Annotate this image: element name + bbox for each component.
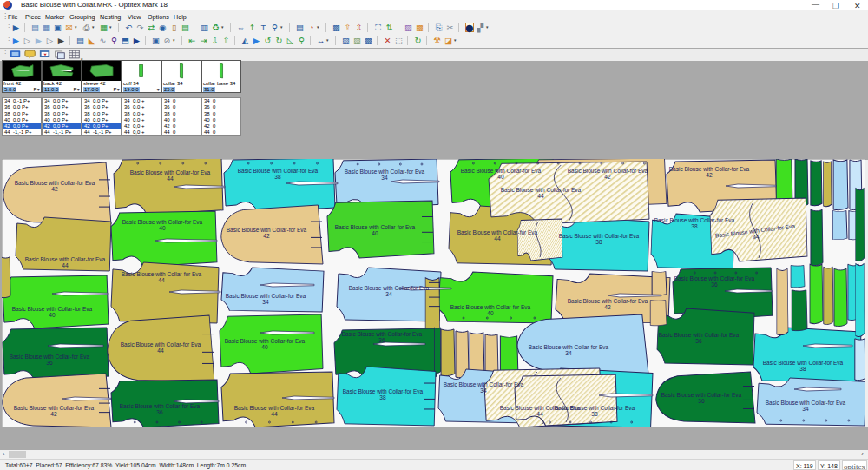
svg-text:36: 36 (711, 281, 718, 288)
svg-text:42: 42 (604, 304, 611, 310)
svg-text:36: 36 (698, 398, 705, 404)
svg-text:42: 42 (51, 186, 58, 192)
svg-text:Basic Blouse with Collar-for E: Basic Blouse with Collar-for Eva (659, 332, 740, 338)
svg-text:44: 44 (494, 235, 501, 242)
svg-text:40: 40 (497, 174, 504, 180)
svg-text:44: 44 (536, 411, 543, 417)
svg-text:Basic Blouse with Collar-for E: Basic Blouse with Collar-for Eva (763, 360, 844, 366)
svg-text:34: 34 (480, 387, 487, 394)
svg-text:Basic Blouse with Collar-for E: Basic Blouse with Collar-for Eva (568, 298, 648, 304)
svg-text:Basic Blouse with Collar-for E: Basic Blouse with Collar-for Eva (349, 285, 430, 291)
svg-text:34: 34 (802, 406, 809, 412)
svg-text:Basic Blouse with Collar-for E: Basic Blouse with Collar-for Eva (555, 405, 635, 411)
svg-text:38: 38 (691, 223, 698, 229)
svg-text:Basic Blouse with Collar-for E: Basic Blouse with Collar-for Eva (238, 168, 319, 174)
svg-text:Basic Blouse with Collar-for E: Basic Blouse with Collar-for Eva (25, 256, 106, 262)
svg-text:Basic Blouse with Collar-for E: Basic Blouse with Collar-for Eva (122, 271, 202, 277)
svg-text:44: 44 (157, 348, 164, 354)
svg-text:Basic Blouse with Collar-for E: Basic Blouse with Collar-for Eva (121, 341, 201, 348)
svg-text:Basic Blouse with Collar-for E: Basic Blouse with Collar-for Eva (130, 169, 211, 175)
svg-text:Basic Blouse with Collar-for E: Basic Blouse with Collar-for Eva (674, 275, 755, 281)
svg-text:Basic Blouse with Collar-for E: Basic Blouse with Collar-for Eva (120, 403, 201, 409)
svg-text:Basic Blouse with Collar-for E: Basic Blouse with Collar-for Eva (342, 331, 423, 337)
svg-text:44: 44 (167, 175, 174, 182)
svg-text:38: 38 (799, 366, 806, 372)
svg-text:Basic Blouse with Collar-for E: Basic Blouse with Collar-for Eva (10, 354, 90, 360)
svg-text:Basic Blouse with Collar-for E: Basic Blouse with Collar-for Eva (669, 166, 750, 172)
svg-text:42: 42 (263, 233, 270, 239)
svg-text:Basic Blouse with Collar-for E: Basic Blouse with Collar-for Eva (335, 224, 416, 230)
svg-text:Basic Blouse with Collar-for E: Basic Blouse with Collar-for Eva (559, 233, 640, 239)
svg-text:Basic Blouse with Collar-for E: Basic Blouse with Collar-for Eva (444, 381, 524, 387)
svg-text:Basic Blouse with Collar-for E: Basic Blouse with Collar-for Eva (661, 392, 742, 398)
svg-text:36: 36 (156, 409, 163, 415)
svg-text:Basic Blouse with Collar-for E: Basic Blouse with Collar-for Eva (501, 187, 582, 193)
svg-text:Basic Blouse with Collar-for E: Basic Blouse with Collar-for Eva (122, 219, 203, 225)
svg-text:Basic Blouse with Collar-for E: Basic Blouse with Collar-for Eva (345, 169, 425, 175)
svg-text:Basic Blouse with Collar-for E: Basic Blouse with Collar-for Eva (568, 168, 648, 174)
svg-text:Basic Blouse with Collar-for E: Basic Blouse with Collar-for Eva (226, 293, 306, 299)
svg-text:44: 44 (753, 233, 760, 240)
svg-text:34: 34 (385, 291, 392, 297)
svg-text:Basic Blouse with Collar-for E: Basic Blouse with Collar-for Eva (457, 229, 538, 235)
svg-text:40: 40 (159, 225, 166, 231)
svg-text:Basic Blouse with Collar-for E: Basic Blouse with Collar-for Eva (654, 217, 735, 223)
svg-text:Basic Blouse with Collar-for E: Basic Blouse with Collar-for Eva (529, 344, 609, 350)
svg-text:40: 40 (261, 344, 268, 350)
svg-text:38: 38 (379, 394, 386, 400)
svg-text:42: 42 (706, 172, 713, 178)
svg-text:Basic Blouse with Collar-for E: Basic Blouse with Collar-for Eva (225, 338, 306, 344)
svg-text:36: 36 (378, 337, 385, 343)
svg-text:40: 40 (487, 310, 494, 316)
svg-text:Basic Blouse with Collar-for E: Basic Blouse with Collar-for Eva (461, 168, 542, 174)
svg-text:44: 44 (62, 262, 69, 268)
svg-text:38: 38 (274, 174, 281, 180)
svg-text:38: 38 (595, 239, 602, 245)
svg-text:44: 44 (271, 411, 278, 417)
svg-text:36: 36 (46, 360, 53, 366)
svg-text:Basic Blouse with Collar-for E: Basic Blouse with Collar-for Eva (12, 306, 93, 312)
svg-text:42: 42 (604, 174, 611, 180)
svg-text:Basic Blouse with Collar-for E: Basic Blouse with Collar-for Eva (766, 400, 846, 406)
svg-text:44: 44 (537, 193, 544, 199)
svg-text:Basic Blouse with Collar-for E: Basic Blouse with Collar-for Eva (450, 304, 531, 310)
svg-text:42: 42 (50, 411, 57, 417)
svg-text:Basic Blouse with Collar-for E: Basic Blouse with Collar-for Eva (234, 405, 315, 411)
svg-text:40: 40 (49, 312, 56, 318)
svg-text:Basic Blouse with Collar-for E: Basic Blouse with Collar-for Eva (227, 227, 307, 233)
svg-text:40: 40 (372, 230, 378, 236)
svg-text:34: 34 (381, 175, 388, 181)
svg-text:36: 36 (695, 338, 702, 344)
svg-text:Basic Blouse with Collar-for E: Basic Blouse with Collar-for Eva (343, 388, 424, 394)
svg-text:34: 34 (262, 299, 269, 305)
svg-text:38: 38 (591, 411, 598, 417)
svg-text:Basic Blouse with Collar-for E: Basic Blouse with Collar-for Eva (15, 180, 95, 186)
svg-text:44: 44 (158, 277, 165, 283)
svg-text:34: 34 (565, 350, 572, 356)
svg-text:Basic Blouse with Collar-for E: Basic Blouse with Collar-for Eva (14, 405, 95, 411)
